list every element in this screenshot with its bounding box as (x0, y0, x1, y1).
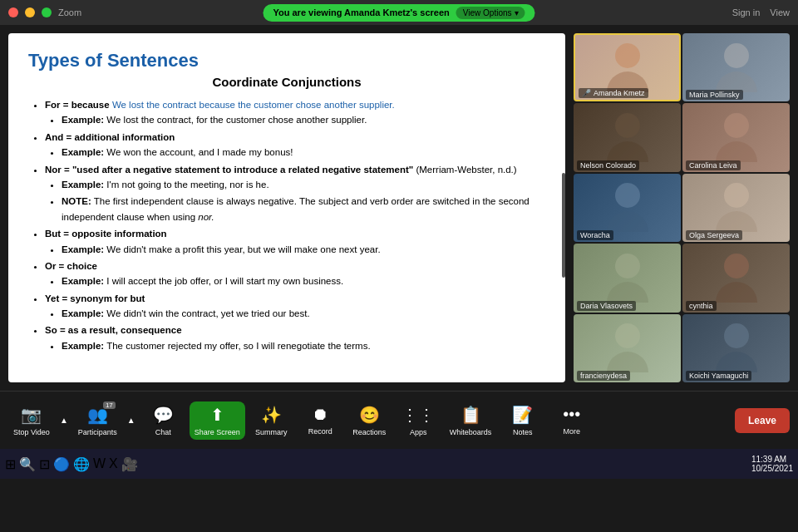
view-menu[interactable]: View (770, 7, 790, 17)
summary-button[interactable]: ✨ Summary (249, 401, 294, 440)
taskbar-time: 11:39 AM 10/25/2021 (751, 455, 793, 473)
participant-tile-woracha: Woracha (574, 174, 681, 242)
share-screen-icon: ⬆ (210, 405, 224, 425)
slide-subtitle: Coordinate Conjunctions (28, 75, 545, 89)
main-area: Types of Sentences Coordinate Conjunctio… (0, 25, 798, 391)
taskbar-right: 11:39 AM 10/25/2021 (751, 455, 793, 473)
title-bar-left: Zoom (8, 7, 81, 17)
woracha-name-label: Woracha (577, 230, 613, 240)
but-example: Example: We didn't make a profit this ye… (62, 242, 545, 257)
so-example: Example: The customer rejected my offer,… (62, 338, 545, 353)
francienydesa-name-label: francienydesa (577, 371, 630, 381)
sign-in-link[interactable]: Sign in (732, 7, 761, 17)
excel-icon[interactable]: X (109, 456, 118, 471)
title-bar-right: Sign in View (732, 7, 790, 17)
for-keyword: For = because (45, 100, 110, 110)
for-definition: We lost the contract because the custome… (112, 100, 395, 110)
for-example: Example: We lost the contract, for the c… (62, 112, 545, 127)
minimize-button[interactable] (25, 7, 35, 17)
taskview-icon[interactable]: ⊡ (39, 456, 50, 472)
stop-video-button[interactable]: 📷 Stop Video (8, 401, 55, 440)
mic-icon: 🎤 (582, 89, 591, 97)
slide-title: Types of Sentences (28, 50, 545, 71)
system-taskbar: ⊞ 🔍 ⊡ 🔵 🌐 W X 🎥 11:39 AM 10/25/2021 (0, 449, 798, 479)
edge-icon[interactable]: 🔵 (53, 456, 70, 472)
participant-tile-carolina: Carolina Leiva (682, 103, 790, 171)
and-keyword: And = additional information (45, 132, 175, 142)
record-icon: ⏺ (312, 405, 328, 424)
amanda-name-label: 🎤 Amanda Kmetz (579, 88, 648, 98)
participant-tile-koichi: Koichi Yamaguchi (682, 314, 790, 382)
participant-tile-olga: Olga Sergeeva (682, 174, 790, 242)
nor-keyword: Nor = "used after a negative statement t… (45, 165, 413, 175)
nelson-name-label: Nelson Colorado (577, 160, 639, 170)
apps-button[interactable]: ⋮⋮ Apps (396, 401, 441, 440)
video-icon: 📷 (21, 405, 42, 425)
reactions-icon: 😊 (359, 405, 380, 425)
window-controls[interactable] (8, 7, 52, 17)
participants-caret[interactable]: ▲ (126, 414, 137, 426)
more-icon: ••• (563, 405, 580, 424)
carolina-name-label: Carolina Leiva (686, 160, 741, 170)
yet-example: Example: We didn't win the contract, yet… (62, 306, 545, 321)
koichi-name-label: Koichi Yamaguchi (686, 371, 751, 381)
view-options-button[interactable]: View Options ▾ (456, 7, 525, 19)
more-button[interactable]: ••• More (549, 401, 594, 439)
chevron-down-icon: ▾ (515, 8, 519, 17)
daria-name-label: Daria Vlasovets (577, 301, 636, 311)
reactions-button[interactable]: 😊 Reactions (347, 401, 392, 440)
participant-tile-cynthia: cynthia (682, 244, 790, 312)
leave-button[interactable]: Leave (735, 408, 790, 433)
summary-icon: ✨ (261, 405, 282, 425)
yet-keyword: Yet = synonym for but (45, 293, 145, 303)
participant-tile-francienydesa: francienydesa (574, 314, 681, 382)
title-bar: Zoom You are viewing Amanda Kmetz's scre… (0, 0, 798, 25)
bottom-toolbar: 📷 Stop Video ▲ 👥 17 Participants ▲ 💬 Cha… (0, 391, 798, 449)
record-button[interactable]: ⏺ Record (298, 401, 343, 439)
search-icon[interactable]: 🔍 (19, 456, 36, 472)
slide-content: For = because We lost the contract becau… (28, 97, 545, 353)
notification-text: You are viewing Amanda Kmetz's screen (273, 7, 449, 17)
or-keyword: Or = choice (45, 261, 97, 271)
screen-share-notification: You are viewing Amanda Kmetz's screen Vi… (263, 4, 534, 22)
participants-count: 17 (103, 401, 116, 409)
nor-note: NOTE: The first independent clause is al… (62, 194, 545, 224)
maximize-button[interactable] (42, 7, 52, 17)
close-button[interactable] (8, 7, 18, 17)
and-example: Example: We won the account, and I made … (62, 145, 545, 160)
or-example: Example: I will accept the job offer, or… (62, 273, 545, 288)
olga-name-label: Olga Sergeeva (686, 230, 742, 240)
video-caret[interactable]: ▲ (58, 414, 70, 426)
start-icon[interactable]: ⊞ (5, 456, 16, 472)
participant-tile-nelson: Nelson Colorado (574, 103, 681, 171)
participant-tile-daria: Daria Vlasovets (574, 244, 681, 312)
chat-button[interactable]: 💬 Chat (140, 401, 186, 440)
cynthia-name-label: cynthia (686, 301, 717, 311)
participants-panel: 🎤 Amanda Kmetz Maria Pollinsky Nelson Co… (574, 25, 798, 391)
participants-button[interactable]: 👥 17 Participants (73, 401, 122, 440)
word-icon[interactable]: W (93, 456, 106, 471)
so-keyword: So = as a result, consequence (45, 325, 182, 335)
share-screen-button[interactable]: ⬆ Share Screen (190, 401, 245, 440)
participant-tile-maria: Maria Pollinsky (682, 33, 790, 101)
zoom-taskbar-icon[interactable]: 🎥 (121, 456, 138, 472)
but-keyword: But = opposite information (45, 229, 167, 239)
chrome-icon[interactable]: 🌐 (73, 456, 90, 472)
screen-share-area: Types of Sentences Coordinate Conjunctio… (8, 33, 565, 382)
notes-button[interactable]: 📝 Notes (500, 401, 545, 440)
nor-example: Example: I'm not going to the meeting, n… (62, 177, 545, 192)
participant-tile-amanda: 🎤 Amanda Kmetz (574, 33, 681, 101)
whiteboards-button[interactable]: 📋 Whiteboards (445, 401, 497, 440)
maria-name-label: Maria Pollinsky (686, 90, 743, 100)
apps-icon: ⋮⋮ (401, 405, 435, 425)
whiteboards-icon: 📋 (461, 405, 481, 425)
notes-icon: 📝 (512, 405, 533, 425)
scroll-indicator[interactable] (562, 173, 565, 278)
app-title: Zoom (58, 7, 81, 17)
chat-icon: 💬 (153, 405, 174, 425)
